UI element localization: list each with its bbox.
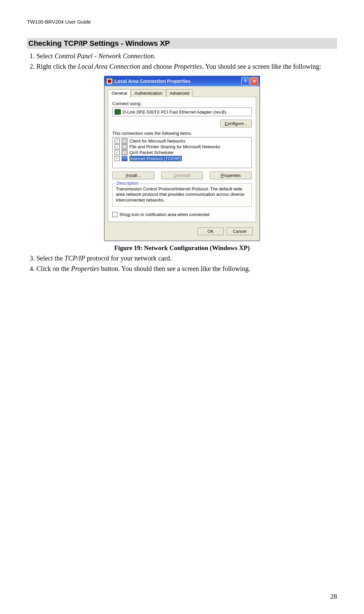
item-label: Internet Protocol (TCP/IP)	[129, 156, 182, 161]
step-1-text-b: .	[154, 52, 156, 60]
uninstall-button: Uninstall	[161, 172, 203, 179]
help-button-icon[interactable]	[241, 77, 249, 85]
show-icon-label: Show icon in notification area when conn…	[119, 212, 209, 217]
service-icon	[122, 150, 127, 155]
tab-authentication[interactable]: Authentication	[131, 89, 166, 97]
uninstall-rest: ninstall	[177, 173, 190, 178]
configure-button[interactable]: Configure...	[220, 120, 252, 127]
checkbox-icon[interactable]	[115, 156, 120, 161]
step-2-text-c: . You should see a screen like the follo…	[202, 63, 321, 70]
step-4: Click on the Properties button. You shou…	[36, 264, 337, 273]
show-icon-underline: w	[127, 212, 130, 217]
step-2-text-a: Right click the	[36, 63, 78, 70]
step-2-italic-1: Local Area Connection	[78, 63, 141, 70]
items-listbox[interactable]: Client for Microsoft Networks File and P…	[112, 137, 252, 168]
show-icon-post: icon in notification area when connected	[130, 212, 210, 217]
description-groupbox: Description Transmission Control Protoco…	[112, 183, 252, 207]
client-icon	[122, 139, 127, 144]
step-4-text-b: button. You should then see a screen lik…	[99, 265, 250, 272]
step-3-italic: TCP/IP	[64, 254, 85, 262]
step-3-text-b: protocol for your network card.	[85, 254, 172, 262]
tab-advanced[interactable]: Advanced	[166, 89, 193, 97]
steps-list-top: Select Control Panel - Network Connectio…	[27, 52, 337, 71]
connect-using-label: Connect using:	[112, 101, 252, 106]
nic-icon	[115, 109, 121, 115]
configure-rest: onfigure...	[228, 121, 247, 126]
item-label: File and Printer Sharing for Microsoft N…	[129, 144, 220, 149]
tab-body: Connect using: D-Link DFE-530TX PCI Fast…	[108, 97, 256, 222]
step-4-italic: Properties	[71, 265, 99, 272]
show-icon-pre: Sho	[119, 212, 127, 217]
show-icon-row[interactable]: Show icon in notification area when conn…	[112, 212, 252, 217]
checkbox-icon[interactable]	[115, 139, 120, 144]
step-1-text-a: Select	[36, 52, 55, 60]
step-2: Right click the Local Area Connection an…	[36, 62, 337, 71]
tab-general[interactable]: General	[108, 89, 131, 97]
list-item[interactable]: File and Printer Sharing for Microsoft N…	[114, 144, 250, 150]
list-item-selected[interactable]: Internet Protocol (TCP/IP)	[114, 155, 250, 162]
section-heading: Checking TCP/IP Settings - Windows XP	[27, 38, 337, 49]
adapter-field[interactable]: D-Link DFE-530TX PCI Fast Ethernet Adapt…	[112, 108, 252, 116]
configure-underline: C	[225, 121, 228, 126]
install-rest: nstall...	[127, 173, 141, 178]
cancel-button[interactable]: Cancel	[226, 227, 253, 235]
item-label: Client for Microsoft Networks	[129, 139, 185, 144]
item-label: QoS Packet Scheduler	[129, 150, 174, 155]
step-1-italic: Control Panel - Network Connection	[55, 52, 154, 60]
adapter-text: D-Link DFE-530TX PCI Fast Ethernet Adapt…	[123, 110, 226, 115]
tabstrip: General Authentication Advanced	[104, 86, 260, 97]
page-number: 28	[330, 593, 337, 601]
properties-rest: roperties	[224, 173, 241, 178]
connection-icon	[107, 78, 113, 84]
step-3: Select the TCP/IP protocol for your netw…	[36, 254, 337, 263]
step-4-text-a: Click on the	[36, 265, 71, 272]
titlebar[interactable]: Local Area Connection Properties	[104, 76, 260, 86]
steps-list-bottom: Select the TCP/IP protocol for your netw…	[27, 254, 337, 273]
figure-caption: Figure 19: Network Configuration (Window…	[27, 244, 337, 252]
step-2-text-b: and choose	[140, 63, 174, 70]
step-3-text-a: Select the	[36, 254, 64, 262]
properties-underline: P	[221, 173, 224, 178]
close-button-icon[interactable]	[250, 77, 258, 85]
description-text: Transmission Control Protocol/Internet P…	[116, 186, 248, 203]
description-legend: Description	[115, 181, 140, 186]
items-label: This connection uses the following items…	[112, 131, 252, 136]
checkbox-icon[interactable]	[115, 144, 120, 149]
dialog-footer: OK Cancel	[108, 225, 256, 239]
xp-dialog: Local Area Connection Properties General…	[104, 76, 260, 241]
list-item[interactable]: QoS Packet Scheduler	[114, 150, 250, 155]
list-item[interactable]: Client for Microsoft Networks	[114, 138, 250, 144]
checkbox-icon[interactable]	[112, 212, 117, 217]
doc-header: TW100-BRV204 User Guide	[27, 19, 337, 25]
properties-button[interactable]: Properties	[210, 172, 252, 179]
step-1: Select Control Panel - Network Connectio…	[36, 52, 337, 61]
protocol-icon	[122, 156, 127, 161]
ok-button[interactable]: OK	[198, 227, 224, 235]
service-icon	[122, 144, 127, 149]
checkbox-icon[interactable]	[115, 150, 120, 155]
step-2-italic-2: Properties	[174, 63, 202, 70]
install-button[interactable]: Install...	[112, 172, 154, 179]
titlebar-title: Local Area Connection Properties	[115, 79, 241, 84]
